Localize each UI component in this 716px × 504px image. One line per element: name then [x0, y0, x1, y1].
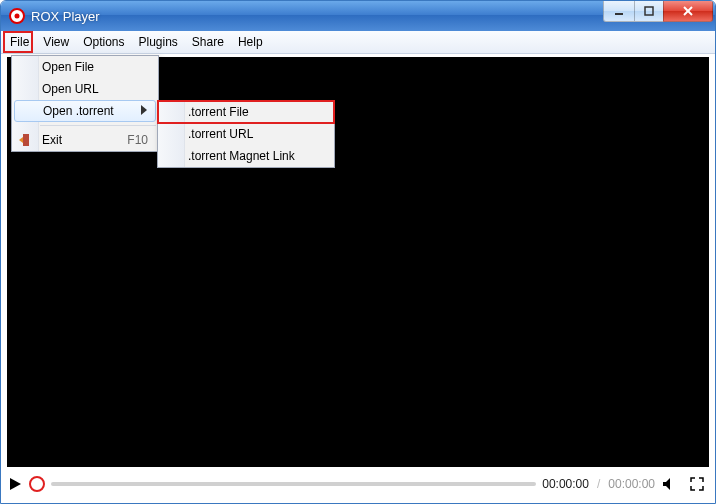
play-button[interactable] [7, 476, 23, 492]
control-bar: 00:00:00 / 00:00:00 [7, 471, 709, 497]
menu-bar: File View Options Plugins Share Help [1, 31, 715, 54]
menuitem-exit[interactable]: Exit F10 [12, 129, 158, 151]
app-icon [9, 8, 25, 24]
menuitem-label: Open URL [42, 82, 99, 96]
fullscreen-icon[interactable] [689, 476, 705, 492]
menu-help[interactable]: Help [231, 32, 270, 52]
menuitem-open-file[interactable]: Open File [12, 56, 158, 78]
torrent-submenu: .torrent File .torrent URL .torrent Magn… [157, 100, 335, 168]
menuitem-label: .torrent File [188, 105, 249, 119]
menuitem-torrent-url[interactable]: .torrent URL [158, 123, 334, 145]
menuitem-open-url[interactable]: Open URL [12, 78, 158, 100]
menuitem-torrent-file[interactable]: .torrent File [158, 101, 334, 123]
menuitem-label: .torrent Magnet Link [188, 149, 295, 163]
menuitem-accelerator: F10 [127, 133, 148, 147]
svg-rect-7 [23, 134, 29, 146]
svg-rect-3 [645, 7, 653, 15]
submenu-arrow-icon [141, 104, 147, 118]
svg-marker-6 [141, 105, 147, 115]
menuitem-label: Exit [42, 133, 62, 147]
svg-marker-9 [10, 478, 21, 490]
menu-options[interactable]: Options [76, 32, 131, 52]
time-total: 00:00:00 [608, 477, 655, 491]
window-title: ROX Player [31, 9, 100, 24]
menu-separator [40, 125, 156, 126]
menuitem-label: Open .torrent [43, 104, 114, 118]
exit-icon [17, 132, 33, 148]
menuitem-label: .torrent URL [188, 127, 253, 141]
close-button[interactable] [663, 1, 713, 22]
menuitem-label: Open File [42, 60, 94, 74]
record-button[interactable] [29, 476, 45, 492]
maximize-button[interactable] [635, 1, 663, 22]
svg-point-1 [15, 14, 20, 19]
menu-plugins[interactable]: Plugins [132, 32, 185, 52]
menu-view[interactable]: View [36, 32, 76, 52]
minimize-button[interactable] [603, 1, 635, 22]
window-controls [603, 1, 713, 22]
menuitem-open-torrent[interactable]: Open .torrent [14, 100, 156, 122]
menu-file[interactable]: File [3, 32, 36, 52]
menuitem-torrent-magnet[interactable]: .torrent Magnet Link [158, 145, 334, 167]
menu-share[interactable]: Share [185, 32, 231, 52]
file-dropdown: Open File Open URL Open .torrent Exit F1… [11, 55, 159, 152]
time-separator: / [597, 477, 600, 491]
svg-marker-8 [19, 137, 23, 143]
time-current: 00:00:00 [542, 477, 589, 491]
volume-icon[interactable] [661, 476, 677, 492]
app-window: ROX Player File View Options Plugins Sha… [0, 0, 716, 504]
svg-marker-10 [663, 478, 670, 490]
title-bar: ROX Player [1, 1, 715, 31]
seek-bar[interactable] [51, 482, 536, 486]
